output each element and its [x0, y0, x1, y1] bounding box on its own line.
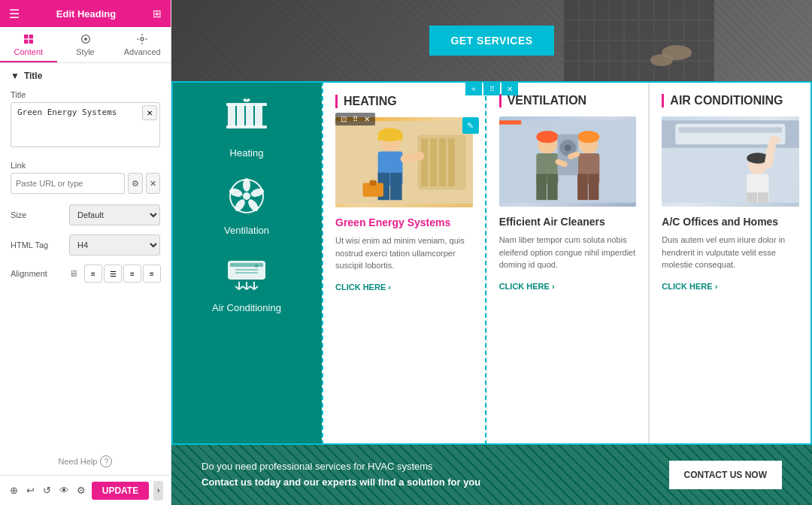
panel-footer: ⊕ ↩ ↺ 👁 ⚙ UPDATE › [0, 475, 171, 505]
svg-point-5 [84, 38, 87, 41]
svg-rect-36 [230, 263, 263, 267]
alignment-label: Alignment [11, 269, 63, 278]
sidebar-item-ventilation[interactable]: Ventilation [220, 174, 273, 236]
html-tag-field-group: HTML Tag H4 H1 H2 H3 H5 H6 [11, 234, 160, 256]
ventilation-card-title: Efficient Air Cleaners [499, 216, 637, 228]
svg-point-82 [770, 135, 781, 144]
card-edit-btn[interactable]: ✎ [462, 117, 479, 134]
tab-content[interactable]: Content [0, 27, 57, 62]
heating-click-here[interactable]: CLICK HERE [335, 283, 391, 292]
settings-icon-btn[interactable]: ⚙ [74, 480, 86, 501]
grid-icon[interactable]: ⊞ [153, 8, 162, 20]
hamburger-icon[interactable]: ☰ [9, 7, 20, 21]
svg-rect-3 [29, 40, 32, 44]
services-section: + ⠿ ✕ [171, 81, 812, 445]
chevron-btn[interactable]: › [153, 481, 163, 500]
heating-card-title: Green Energy Systems [335, 216, 473, 228]
svg-rect-80 [758, 192, 768, 203]
title-field-label: Title [11, 90, 160, 99]
link-input-wrap [11, 173, 125, 194]
preview-icon-btn[interactable]: 👁 [58, 480, 70, 501]
sidebar-ventilation-label: Ventilation [224, 225, 269, 236]
layers-icon-btn[interactable]: ⊕ [8, 480, 20, 501]
card-img-toolbar: ⊡ ⠿ ✕ [335, 113, 375, 125]
bottom-banner: Do you need professional services for HV… [171, 445, 812, 505]
svg-rect-27 [226, 125, 267, 129]
svg-rect-1 [29, 35, 32, 38]
svg-rect-61 [547, 174, 558, 200]
size-select[interactable]: Default Small Large [69, 204, 160, 225]
svg-rect-54 [370, 180, 377, 186]
svg-point-69 [564, 144, 571, 151]
svg-rect-79 [747, 192, 758, 203]
link-delete-btn[interactable]: ✕ [146, 173, 161, 194]
redo-icon-btn[interactable]: ↺ [41, 480, 53, 501]
svg-rect-74 [676, 124, 786, 144]
help-icon: ? [100, 455, 112, 467]
ventilation-image [499, 116, 637, 207]
get-services-button[interactable]: GET SERVICES [429, 26, 553, 56]
link-field-group: Link ⚙ ✕ [11, 161, 160, 194]
link-input[interactable] [16, 179, 120, 188]
svg-rect-75 [679, 127, 782, 132]
contact-us-button[interactable]: CONTACT US NOW [669, 461, 782, 489]
svg-rect-66 [588, 174, 598, 200]
tab-advanced[interactable]: Advanced [114, 27, 171, 62]
svg-point-6 [141, 38, 144, 41]
ac-card-text: Duis autem vel eum iriure dolor in hendr… [662, 234, 799, 271]
ac-icon [220, 251, 273, 296]
right-content: GET SERVICES + ⠿ ✕ [171, 0, 812, 505]
ac-card-title: A/C Offices and Homes [662, 216, 799, 228]
heating-card-text: Ut wisi enim ad minim veniam, quis nostr… [335, 234, 473, 272]
align-right-btn[interactable]: ≡ [123, 265, 141, 283]
img-edit-btn[interactable]: ⊡ [338, 114, 349, 124]
img-move-btn[interactable]: ⠿ [350, 114, 360, 124]
title-textarea-wrapper: Green Energy Systems ✕ [11, 102, 160, 150]
title-input[interactable]: Green Energy Systems [11, 102, 160, 147]
chevron-down-icon[interactable]: ▼ [11, 71, 20, 81]
html-tag-label: HTML Tag [11, 240, 63, 249]
undo-icon-btn[interactable]: ↩ [24, 480, 36, 501]
svg-rect-42 [421, 138, 428, 186]
need-help[interactable]: Need Help ? [0, 448, 171, 475]
svg-rect-22 [228, 104, 235, 127]
align-center-btn[interactable]: ☰ [104, 265, 122, 283]
svg-rect-26 [226, 103, 267, 106]
ac-card: AIR CONDITIONING [649, 81, 812, 445]
heating-image [335, 117, 473, 207]
panel-header: ☰ Edit Heading ⊞ [0, 0, 171, 27]
svg-point-57 [536, 131, 558, 143]
svg-rect-45 [448, 138, 455, 186]
link-settings-btn[interactable]: ⚙ [128, 173, 143, 194]
update-button[interactable]: UPDATE [92, 482, 149, 500]
ac-click-here[interactable]: CLICK HERE [662, 282, 717, 291]
monitor-icon: 🖥 [69, 268, 78, 279]
svg-rect-44 [439, 138, 446, 186]
ventilation-click-here[interactable]: CLICK HERE [499, 282, 555, 291]
align-justify-btn[interactable]: ≡ [143, 265, 161, 283]
ventilation-icon [220, 174, 273, 219]
align-left-btn[interactable]: ≡ [84, 265, 102, 283]
panel-header-title: Edit Heading [56, 8, 116, 20]
sidebar-heating-label: Heating [230, 147, 264, 159]
svg-rect-65 [577, 174, 588, 200]
sidebar-item-heating[interactable]: Heating [220, 96, 273, 159]
alignment-buttons: ≡ ☰ ≡ ≡ [84, 265, 161, 283]
ac-category: AIR CONDITIONING [662, 94, 799, 107]
svg-rect-60 [536, 174, 547, 200]
sidebar-item-ac[interactable]: Air Conditioning [212, 251, 281, 313]
delete-title-btn[interactable]: ✕ [142, 105, 157, 120]
svg-rect-43 [430, 138, 437, 186]
hero-section: GET SERVICES [171, 0, 812, 81]
sidebar-ac-label: Air Conditioning [212, 302, 281, 313]
services-sidebar: Heating Ventilation [171, 81, 322, 445]
tab-style[interactable]: Style [57, 27, 114, 62]
svg-point-30 [243, 178, 250, 192]
svg-rect-25 [255, 104, 262, 127]
svg-rect-2 [24, 40, 28, 44]
img-close-btn[interactable]: ✕ [362, 114, 372, 124]
svg-point-63 [577, 131, 599, 143]
svg-rect-24 [246, 104, 253, 127]
html-tag-select[interactable]: H4 H1 H2 H3 H5 H6 [69, 234, 160, 256]
size-label: Size [11, 210, 63, 219]
